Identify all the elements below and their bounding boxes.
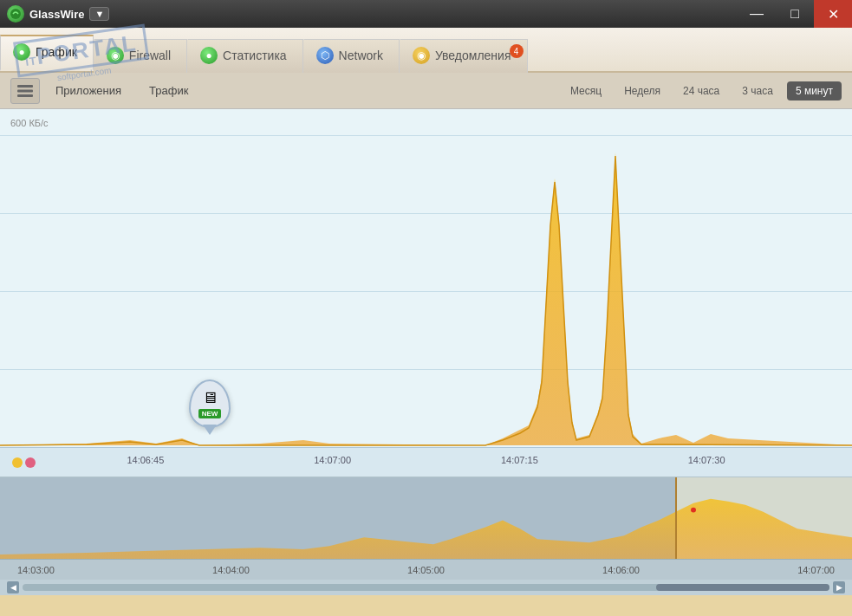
- tab-firewall[interactable]: ◉ Firewall: [94, 39, 187, 73]
- dot-yellow: [12, 457, 23, 468]
- tab-alerts-icon: ◉: [413, 47, 430, 64]
- tab-graph-icon: ●: [13, 43, 30, 61]
- titlebar: GlassWire ▼ — □ ✕: [0, 0, 852, 28]
- svg-rect-2: [17, 89, 33, 92]
- app-logo: [7, 5, 24, 23]
- tab-network-label: Network: [339, 49, 383, 62]
- timeline-main: 14:06:45 14:07:00 14:07:15 14:07:30: [0, 447, 852, 477]
- dot-indicators: [12, 457, 36, 468]
- svg-point-7: [691, 508, 696, 513]
- tabbar: ● График ◉ Firewall ● Статистика ⬡ Netwo…: [0, 28, 852, 73]
- mini-time-3: 14:05:00: [407, 565, 445, 575]
- event-pin: 🖥 NEW: [189, 379, 231, 428]
- scrollbar-area: ◀ ▶: [0, 580, 852, 595]
- mini-time-2: 14:04:00: [212, 565, 250, 575]
- toolbar-right: Месяц Неделя 24 часа 3 часа 5 минут: [562, 81, 842, 101]
- toolbar-apps[interactable]: Приложения: [43, 80, 133, 101]
- main-chart: 600 КБ/с 🖥 NEW: [0, 109, 852, 447]
- mini-chart-area: [0, 477, 852, 559]
- svg-rect-1: [17, 85, 33, 88]
- scroll-thumb[interactable]: [656, 584, 829, 591]
- dot-pink: [25, 457, 36, 468]
- mini-time-1: 14:03:00: [17, 565, 55, 575]
- tab-stats[interactable]: ● Статистика: [187, 39, 303, 73]
- tab-stats-label: Статистика: [223, 49, 287, 62]
- toolbar-icon-button[interactable]: [10, 78, 40, 104]
- time-month[interactable]: Месяц: [562, 81, 610, 101]
- tab-firewall-label: Firewall: [129, 49, 171, 62]
- event-pin-icon: 🖥: [202, 389, 218, 407]
- tab-graph-label: График: [36, 45, 77, 59]
- window-controls: — □ ✕: [738, 0, 852, 28]
- mini-time-4: 14:06:00: [602, 565, 640, 575]
- scroll-track[interactable]: [23, 584, 829, 591]
- timeline-labels: 14:06:45 14:07:00 14:07:15 14:07:30: [0, 448, 852, 477]
- event-new-badge: NEW: [198, 409, 222, 418]
- tab-firewall-icon: ◉: [107, 47, 124, 64]
- app-title: GlassWire: [29, 8, 84, 21]
- alerts-badge: 4: [510, 44, 524, 58]
- chart-svg: [0, 109, 852, 447]
- time-label-1: 14:06:45: [127, 455, 164, 477]
- svg-point-0: [10, 9, 21, 19]
- tab-stats-icon: ●: [200, 47, 218, 64]
- close-button[interactable]: ✕: [814, 0, 852, 28]
- tab-graph[interactable]: ● График: [0, 35, 94, 71]
- scroll-right-arrow[interactable]: ▶: [833, 581, 845, 593]
- time-3h[interactable]: 3 часа: [733, 81, 782, 101]
- tab-network-icon: ⬡: [316, 47, 334, 64]
- scroll-left-arrow[interactable]: ◀: [7, 581, 19, 593]
- mini-time-5: 14:07:00: [797, 565, 835, 575]
- maximize-button[interactable]: □: [776, 0, 814, 28]
- toolbar-left: Приложения Трафик: [10, 78, 200, 104]
- toolbar-traffic[interactable]: Трафик: [137, 80, 200, 101]
- time-week[interactable]: Неделя: [615, 81, 669, 101]
- event-marker[interactable]: 🖥 NEW: [189, 379, 231, 428]
- time-label-2: 14:07:00: [314, 455, 351, 477]
- mini-chart-svg: [0, 477, 852, 559]
- tab-alerts-label: Уведомления: [435, 49, 511, 62]
- tab-network[interactable]: ⬡ Network: [303, 39, 400, 73]
- time-label-4: 14:07:30: [688, 455, 725, 477]
- minimize-button[interactable]: —: [738, 0, 776, 28]
- tab-alerts[interactable]: ◉ Уведомления 4: [400, 39, 528, 73]
- mini-timeline: 14:03:00 14:04:00 14:05:00 14:06:00 14:0…: [0, 559, 852, 580]
- app-dropdown[interactable]: ▼: [89, 7, 109, 21]
- time-24h[interactable]: 24 часа: [674, 81, 728, 101]
- time-5min[interactable]: 5 минут: [787, 81, 842, 101]
- titlebar-left: GlassWire ▼: [7, 5, 109, 23]
- toolbar: Приложения Трафик Месяц Неделя 24 часа 3…: [0, 73, 852, 109]
- svg-rect-3: [17, 94, 33, 97]
- time-label-3: 14:07:15: [501, 455, 538, 477]
